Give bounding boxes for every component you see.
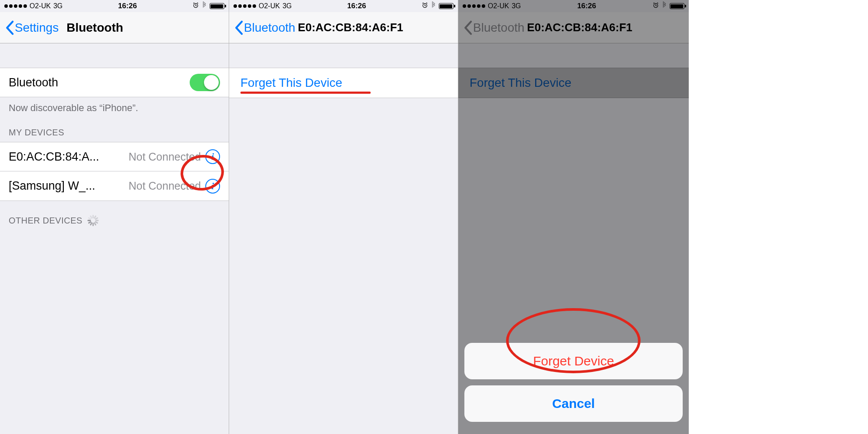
three-panel-stage: O2-UK 3G 16:26 Settings Bluetooth (0, 0, 868, 434)
back-label: Bluetooth (244, 21, 295, 35)
bluetooth-toggle-label: Bluetooth (9, 76, 190, 89)
discoverable-note: Now discoverable as “iPhone”. (0, 97, 229, 114)
info-icon[interactable]: i (205, 149, 220, 164)
alarm-icon (421, 2, 428, 10)
status-bar: O2-UK 3G 16:26 (229, 0, 458, 12)
action-sheet: Forget Device Cancel (464, 343, 683, 428)
clock-label: 16:26 (347, 2, 366, 10)
device-row[interactable]: E0:AC:CB:84:A... Not Connected i (0, 142, 229, 171)
alarm-icon (192, 2, 199, 10)
network-label: 3G (53, 2, 62, 10)
forget-device-label: Forget This Device (240, 76, 342, 89)
signal-dots-icon (233, 4, 256, 8)
battery-icon (210, 3, 224, 9)
panel-bluetooth-list: O2-UK 3G 16:26 Settings Bluetooth (0, 0, 229, 434)
back-label: Settings (15, 21, 59, 35)
device-name: E0:AC:CB:84:A... (9, 150, 128, 164)
nav-title: E0:AC:CB:84:A6:F1 (295, 21, 453, 34)
clock-label: 16:26 (118, 2, 137, 10)
annotation-underline-icon (240, 92, 371, 94)
bluetooth-icon (202, 1, 207, 11)
network-label: 3G (283, 2, 292, 10)
device-status: Not Connected (128, 180, 205, 192)
other-devices-header: OTHER DEVICES (0, 201, 229, 230)
status-bar: O2-UK 3G 16:26 (0, 0, 229, 12)
forget-confirm-button[interactable]: Forget Device (464, 343, 683, 379)
bluetooth-toggle-row[interactable]: Bluetooth (0, 68, 229, 97)
battery-icon (439, 3, 454, 9)
panel-action-sheet: O2-UK 3G 16:26 Bluetooth E0:AC:CB:84:A6:… (458, 0, 689, 434)
bluetooth-toggle[interactable] (190, 74, 220, 91)
back-button[interactable]: Bluetooth (234, 20, 295, 35)
spinner-icon (87, 215, 98, 226)
nav-bar: Settings Bluetooth (0, 12, 229, 43)
signal-dots-icon (4, 4, 27, 8)
bluetooth-icon (431, 1, 436, 11)
info-icon[interactable]: i (205, 179, 220, 194)
my-devices-header: MY DEVICES (0, 114, 229, 142)
nav-bar: Bluetooth E0:AC:CB:84:A6:F1 (229, 12, 458, 43)
device-row[interactable]: [Samsung] W_... Not Connected i (0, 171, 229, 201)
back-button[interactable]: Settings (5, 20, 59, 35)
forget-device-button[interactable]: Forget This Device (229, 68, 458, 98)
device-status: Not Connected (128, 151, 205, 163)
cancel-button[interactable]: Cancel (464, 385, 683, 422)
carrier-label: O2-UK (30, 2, 51, 10)
panel-device-detail: O2-UK 3G 16:26 Bluetooth E0:AC:CB:84:A6:… (229, 0, 458, 434)
carrier-label: O2-UK (259, 2, 280, 10)
device-name: [Samsung] W_... (9, 179, 128, 193)
nav-title: Bluetooth (59, 21, 224, 35)
